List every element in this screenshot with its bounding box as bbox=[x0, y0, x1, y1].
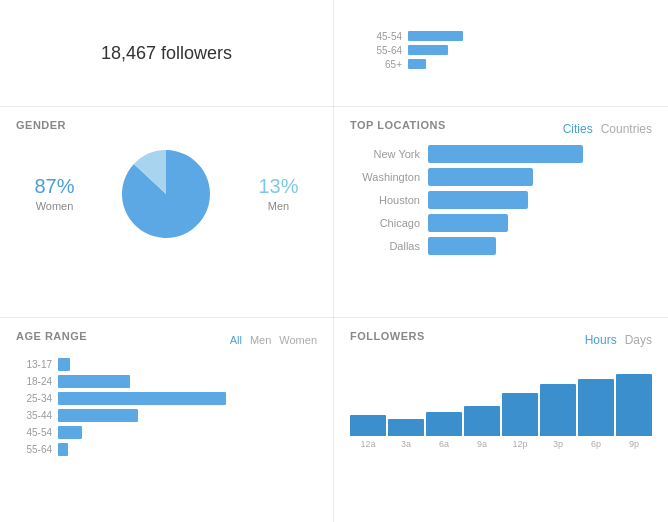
age-bar-label: 55-64 bbox=[364, 45, 402, 56]
age-bar-track bbox=[408, 45, 448, 55]
location-bar-row: Washington bbox=[350, 168, 652, 186]
bar-x-label: 6a bbox=[426, 439, 462, 449]
age-range-tab-women[interactable]: Women bbox=[279, 334, 317, 346]
bar-dark bbox=[502, 393, 538, 436]
loc-bar bbox=[428, 145, 583, 163]
gender-title: GENDER bbox=[16, 119, 317, 131]
loc-bar bbox=[428, 214, 508, 232]
location-bar-row: Houston bbox=[350, 191, 652, 209]
followers-bar-chart bbox=[350, 356, 652, 436]
dashboard: 18,467 followers 45-54 55-64 65+ GENDER … bbox=[0, 0, 668, 522]
ar-bar-label: 25-34 bbox=[16, 393, 52, 404]
bar-x-label: 9a bbox=[464, 439, 500, 449]
age-range-bar-row: 13-17 bbox=[16, 358, 317, 371]
loc-bar bbox=[428, 191, 528, 209]
age-range-bar-row: 35-44 bbox=[16, 409, 317, 422]
gender-chart-area: 87% Women 13% Men bbox=[16, 139, 317, 249]
locations-panel: TOP LOCATIONS CitiesCountries New York W… bbox=[334, 107, 668, 319]
bar-column bbox=[540, 384, 576, 436]
bar-dark bbox=[616, 374, 652, 436]
age-range-tab-all[interactable]: All bbox=[230, 334, 242, 346]
location-bar-row: Chicago bbox=[350, 214, 652, 232]
bar-x-label: 12p bbox=[502, 439, 538, 449]
loc-bar-label: New York bbox=[350, 148, 420, 160]
ar-bar bbox=[58, 426, 82, 439]
followers-tab-hours[interactable]: Hours bbox=[585, 333, 617, 347]
age-bar-label: 45-54 bbox=[364, 31, 402, 42]
loc-bar bbox=[428, 168, 533, 186]
age-range-bar-row: 45-54 bbox=[16, 426, 317, 439]
loc-bar-label: Houston bbox=[350, 194, 420, 206]
men-pct: 13% bbox=[258, 175, 298, 198]
age-range-panel: AGE RANGE AllMenWomen 13-17 18-24 25-34 … bbox=[0, 318, 334, 522]
top-age-bar-row: 55-64 bbox=[364, 45, 652, 56]
ar-bar bbox=[58, 409, 138, 422]
top-age-bars-section: 45-54 55-64 65+ bbox=[334, 0, 668, 107]
loc-bar-label: Washington bbox=[350, 171, 420, 183]
bar-dark bbox=[426, 412, 462, 436]
ar-bar bbox=[58, 358, 70, 371]
bar-column bbox=[464, 406, 500, 436]
age-range-bars: 13-17 18-24 25-34 35-44 45-54 55-64 bbox=[16, 358, 317, 456]
followers-tab-days[interactable]: Days bbox=[625, 333, 652, 347]
age-range-bar-row: 25-34 bbox=[16, 392, 317, 405]
ar-bar bbox=[58, 443, 68, 456]
bar-dark bbox=[350, 415, 386, 436]
bar-x-labels: 12a3a6a9a12p3p6p9p bbox=[350, 439, 652, 449]
bar-column bbox=[350, 415, 386, 436]
followers-panel: FOLLOWERS HoursDays 12a3a6a9a12p3p6p9p bbox=[334, 318, 668, 522]
bar-dark bbox=[578, 379, 614, 436]
loc-tab-cities[interactable]: Cities bbox=[563, 122, 593, 136]
ar-bar bbox=[58, 392, 226, 405]
age-range-bar-row: 18-24 bbox=[16, 375, 317, 388]
location-bar-row: New York bbox=[350, 145, 652, 163]
loc-bar-label: Chicago bbox=[350, 217, 420, 229]
bar-column bbox=[616, 374, 652, 436]
top-followers-section: 18,467 followers bbox=[0, 0, 334, 107]
top-age-bar-row: 65+ bbox=[364, 59, 652, 70]
gender-panel: GENDER 87% Women 13% Men bbox=[0, 107, 334, 319]
bar-dark bbox=[540, 384, 576, 436]
bar-x-label: 3p bbox=[540, 439, 576, 449]
bar-dark bbox=[388, 419, 424, 436]
bar-dark bbox=[464, 406, 500, 436]
bar-column bbox=[502, 393, 538, 436]
bar-column bbox=[388, 419, 424, 436]
followers-chart-header: FOLLOWERS HoursDays bbox=[350, 330, 652, 350]
bar-column bbox=[578, 379, 614, 436]
women-pct: 87% bbox=[34, 175, 74, 198]
age-range-tab-men[interactable]: Men bbox=[250, 334, 271, 346]
location-bars: New York Washington Houston Chicago Dall… bbox=[350, 145, 652, 255]
loc-tab-countries[interactable]: Countries bbox=[601, 122, 652, 136]
ar-bar bbox=[58, 375, 130, 388]
locations-header: TOP LOCATIONS CitiesCountries bbox=[350, 119, 652, 139]
age-bar-track bbox=[408, 59, 426, 69]
ar-bar-label: 35-44 bbox=[16, 410, 52, 421]
age-range-bar-row: 55-64 bbox=[16, 443, 317, 456]
bar-x-label: 3a bbox=[388, 439, 424, 449]
men-label: Men bbox=[268, 200, 289, 212]
pie-chart bbox=[111, 139, 221, 249]
location-bar-row: Dallas bbox=[350, 237, 652, 255]
gender-women-stat: 87% Women bbox=[34, 175, 74, 212]
women-label: Women bbox=[36, 200, 74, 212]
locations-tabs: CitiesCountries bbox=[563, 122, 652, 136]
followers-chart-title: FOLLOWERS bbox=[350, 330, 425, 342]
bar-x-label: 6p bbox=[578, 439, 614, 449]
bar-x-label: 12a bbox=[350, 439, 386, 449]
age-range-header: AGE RANGE AllMenWomen bbox=[16, 330, 317, 350]
age-bar-label: 65+ bbox=[364, 59, 402, 70]
followers-tabs: HoursDays bbox=[585, 333, 652, 347]
ar-bar-label: 13-17 bbox=[16, 359, 52, 370]
loc-bar bbox=[428, 237, 496, 255]
bar-x-label: 9p bbox=[616, 439, 652, 449]
age-range-tabs: AllMenWomen bbox=[230, 334, 317, 346]
locations-title: TOP LOCATIONS bbox=[350, 119, 446, 131]
followers-count: 18,467 followers bbox=[101, 43, 232, 64]
ar-bar-label: 45-54 bbox=[16, 427, 52, 438]
loc-bar-label: Dallas bbox=[350, 240, 420, 252]
ar-bar-label: 18-24 bbox=[16, 376, 52, 387]
age-bar-track bbox=[408, 31, 463, 41]
ar-bar-label: 55-64 bbox=[16, 444, 52, 455]
bar-column bbox=[426, 412, 462, 436]
